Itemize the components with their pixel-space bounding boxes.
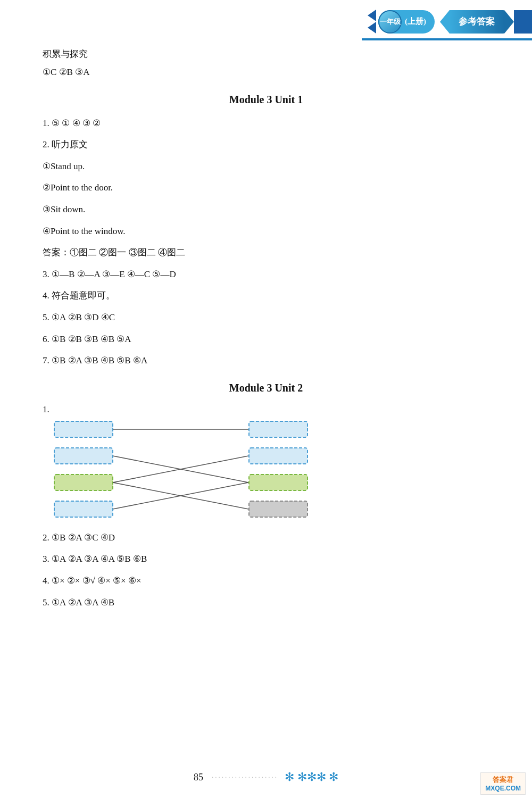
watermark-text: 答案君 xyxy=(485,775,521,785)
page-number: 85 xyxy=(194,772,203,783)
main-content: 积累与探究 ①C ②B ③A Module 3 Unit 1 1. ⑤ ① ④ … xyxy=(0,0,532,669)
watermark-site: MXQE.COM xyxy=(485,785,521,792)
m3u2-q3: 3. ①A ②A ③A ④A ⑤B ⑥B xyxy=(43,551,489,568)
module3-unit1: Module 3 Unit 1 1. ⑤ ① ④ ③ ② 2. 听力原文 ①St… xyxy=(43,94,489,369)
m3u2-q4: 4. ①× ②× ③√ ④× ⑤× ⑥× xyxy=(43,573,489,589)
section-jilei: 积累与探究 ①C ②B ③A xyxy=(43,48,489,81)
m3u1-q2-item4: ④Point to the window. xyxy=(43,223,489,240)
footer-stars: ✻ ✻✻✻ ✻ xyxy=(285,770,338,784)
m3u1-q2-answer: 答案：①图二 ②图一 ③图二 ④图二 xyxy=(43,245,489,261)
module3-unit2-heading: Module 3 Unit 2 xyxy=(43,382,489,394)
page-header: 一年级 (上册) 参考答案 xyxy=(368,10,532,34)
svg-rect-4 xyxy=(249,421,307,437)
grade-text: 一年级 xyxy=(380,17,401,27)
m3u1-q2-title: 2. 听力原文 xyxy=(43,137,489,153)
module3-unit2: Module 3 Unit 2 1. xyxy=(43,382,489,611)
volume-text: (上册) xyxy=(402,16,429,27)
header-underline xyxy=(362,38,532,40)
m3u1-q1: 1. ⑤ ① ④ ③ ② xyxy=(43,115,489,132)
m3u1-q2-item2: ②Point to the door. xyxy=(43,180,489,196)
m3u1-q4: 4. 符合题意即可。 xyxy=(43,288,489,304)
m3u2-q2: 2. ①B ②A ③C ④D xyxy=(43,530,489,546)
module3-unit1-heading: Module 3 Unit 1 xyxy=(43,94,489,106)
jilei-answers: ①C ②B ③A xyxy=(43,64,489,81)
matching-svg xyxy=(53,417,309,521)
footer-dots: ···················· xyxy=(212,773,278,781)
svg-rect-0 xyxy=(54,421,113,437)
m3u1-q3: 3. ①—B ②—A ③—E ④—C ⑤—D xyxy=(43,267,489,283)
grade-badge: 一年级 xyxy=(378,10,402,34)
svg-rect-6 xyxy=(249,475,307,490)
svg-rect-3 xyxy=(54,501,113,517)
footer: 85 ···················· ✻ ✻✻✻ ✻ xyxy=(0,770,532,784)
m3u1-q2-item1: ①Stand up. xyxy=(43,159,489,175)
svg-rect-2 xyxy=(54,475,113,490)
m3u2-q5: 5. ①A ②A ③A ④B xyxy=(43,595,489,611)
m3u1-q2-item3: ③Sit down. xyxy=(43,202,489,218)
watermark: 答案君 MXQE.COM xyxy=(480,772,526,795)
section-title: 积累与探究 xyxy=(43,48,489,60)
m3u1-q5: 5. ①A ②B ③D ④C xyxy=(43,310,489,326)
answer-label: 参考答案 xyxy=(449,10,504,34)
m3u1-q6: 6. ①B ②B ③B ④B ⑤A xyxy=(43,331,489,348)
svg-rect-5 xyxy=(249,448,307,464)
q1-label: 1. xyxy=(43,404,49,414)
m3u2-q1: 1. xyxy=(43,404,489,521)
m3u1-q7: 7. ①B ②A ③B ④B ⑤B ⑥A xyxy=(43,353,489,369)
svg-rect-7 xyxy=(249,501,307,517)
matching-diagram xyxy=(53,417,309,521)
svg-rect-1 xyxy=(54,448,113,464)
